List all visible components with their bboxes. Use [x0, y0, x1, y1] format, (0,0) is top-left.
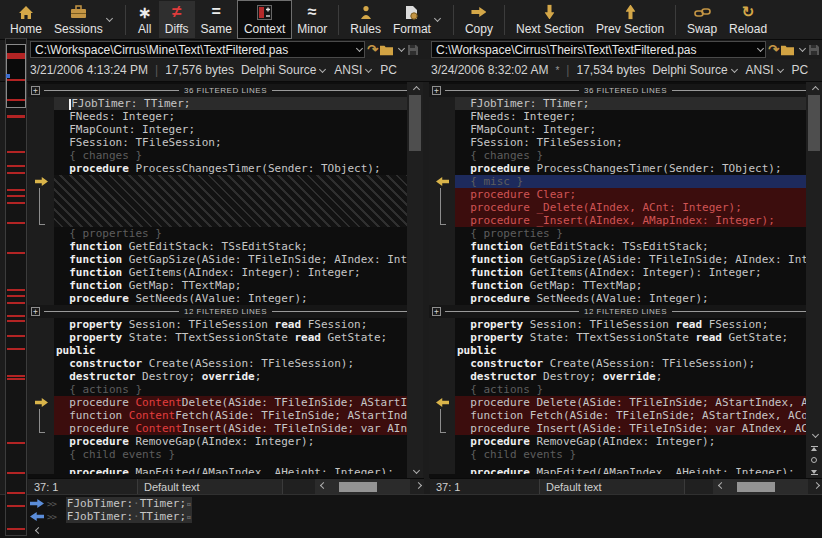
code-line[interactable]: { properties } [429, 227, 806, 240]
right-path-dropdown-chevron[interactable] [757, 45, 764, 52]
code-line[interactable]: function GetGapSize(ASide: TFileInSide; … [429, 253, 806, 266]
scroll-left-icon[interactable] [35, 526, 42, 533]
code-line[interactable]: procedure ProcessChangesTimer(Sender: TO… [28, 162, 407, 175]
code-line[interactable]: { changes } [28, 149, 407, 162]
code-line[interactable]: public [429, 344, 806, 357]
format-dropdown-chevron[interactable] [434, 15, 441, 22]
code-line[interactable]: procedure MapEdited(AMapIndex, AHeight: … [28, 461, 407, 474]
goto-first-diff-icon[interactable] [806, 442, 822, 454]
code-line[interactable]: procedure ProcessChangesTimer(Sender: TO… [429, 162, 806, 175]
scroll-up-icon[interactable] [806, 82, 822, 95]
right-path-combobox[interactable] [431, 41, 766, 58]
right-open-folder-icon[interactable] [780, 42, 795, 58]
right-subfolder-icon[interactable]: ↷ [768, 42, 779, 58]
show-same-button[interactable]: =Same [195, 1, 238, 38]
code-line[interactable]: function GetEditStack: TSsEditStack; [28, 240, 407, 253]
code-line[interactable]: FJobTimer: TTimer; [28, 97, 407, 110]
code-line[interactable]: procedure _Insert(AIndex, AMapIndex: Int… [429, 214, 806, 227]
code-line[interactable]: procedure Insert(ASide: TFileInSide; var… [429, 422, 806, 435]
left-horizontal-scrollbar[interactable] [315, 479, 410, 494]
right-scroll-thumb[interactable] [808, 95, 820, 151]
goto-current-diff-icon[interactable] [806, 454, 822, 466]
code-line[interactable]: property Session: TFileSession read FSes… [429, 318, 806, 331]
home-button[interactable]: Home [4, 1, 48, 38]
code-line[interactable]: procedure Clear; [429, 188, 806, 201]
goto-last-diff-icon[interactable] [806, 466, 822, 478]
right-path-input[interactable] [432, 43, 754, 57]
show-all-button[interactable]: ∗All [131, 1, 159, 38]
code-line[interactable]: procedure _Delete(AIndex, ACnt: Integer)… [429, 201, 806, 214]
right-encoding-select[interactable]: ANSI [746, 63, 785, 77]
code-line[interactable]: { changes } [429, 149, 806, 162]
swap-button[interactable]: Swap [681, 1, 723, 38]
left-hscroll-thumb[interactable] [339, 482, 377, 492]
scroll-down-icon[interactable] [806, 429, 822, 442]
scroll-down-icon[interactable] [407, 465, 423, 478]
expand-section-icon[interactable]: + [432, 86, 441, 95]
code-line[interactable]: procedure Delete(ASide: TFileInSide; ASt… [429, 396, 806, 409]
left-path-input[interactable] [31, 43, 353, 57]
code-line[interactable]: { actions } [429, 383, 806, 396]
show-context-button[interactable]: Context [238, 1, 291, 38]
code-line[interactable]: FMapCount: Integer; [28, 123, 407, 136]
code-line[interactable]: procedure RemoveGap(AIndex: Integer); [429, 435, 806, 448]
code-line[interactable]: FSession: TFileSession; [429, 136, 806, 149]
right-format-select[interactable]: Delphi Source [652, 63, 738, 77]
scroll-left-icon[interactable] [713, 483, 727, 490]
code-line[interactable]: property State: TTextSessionState read G… [429, 331, 806, 344]
right-vertical-scrollbar[interactable] [806, 82, 822, 478]
code-line[interactable]: procedure SetNeeds(AValue: Integer); [28, 292, 407, 305]
code-line[interactable]: procedure MapEdited(AMapIndex, AHeight: … [429, 461, 806, 474]
left-format-select[interactable]: Delphi Source [241, 63, 327, 77]
next-section-button[interactable]: Next Section [510, 1, 590, 38]
prev-section-button[interactable]: Prev Section [590, 1, 670, 38]
code-line[interactable]: function GetItems(AIndex: Integer): Inte… [28, 266, 407, 279]
expand-section-icon[interactable]: + [31, 307, 40, 316]
code-line[interactable]: destructor Destroy; override; [28, 370, 407, 383]
code-line[interactable]: function GetGapSize(ASide: TFileInSide; … [28, 253, 407, 266]
left-scroll-thumb[interactable] [409, 95, 421, 151]
code-line[interactable]: FSession: TFileSession; [28, 136, 407, 149]
left-open-dropdown-chevron[interactable] [398, 45, 405, 52]
left-path-combobox[interactable] [30, 41, 365, 58]
code-line[interactable]: destructor Destroy; override; [429, 370, 806, 383]
code-line[interactable]: { child events } [28, 448, 407, 461]
code-line[interactable]: FMapCount: Integer; [429, 123, 806, 136]
left-code-pane[interactable]: +36 FILTERED LINES FJobTimer: TTimer; FN… [28, 82, 407, 478]
code-line[interactable]: function GetMap: TTextMap; [28, 279, 407, 292]
code-line[interactable]: { child events } [429, 448, 806, 461]
scroll-right-icon[interactable] [410, 483, 424, 490]
scroll-left-icon[interactable] [315, 483, 329, 490]
code-line[interactable]: procedure ContentInsert(ASide: TFileInSi… [28, 422, 407, 435]
show-diffs-button[interactable]: ≠Diffs [159, 1, 195, 38]
code-line[interactable]: { properties } [28, 227, 407, 240]
code-line[interactable]: property Session: TFileSession read FSes… [28, 318, 407, 331]
code-line[interactable]: property State: TTextSessionState read G… [28, 331, 407, 344]
code-line[interactable]: procedure ContentDelete(ASide: TFileInSi… [28, 396, 407, 409]
expand-section-icon[interactable]: + [31, 86, 40, 95]
rules-button[interactable]: Rules [344, 1, 387, 38]
left-path-dropdown-chevron[interactable] [356, 45, 363, 52]
expand-section-icon[interactable]: + [432, 307, 441, 316]
scroll-right-icon[interactable] [808, 483, 822, 490]
sessions-button[interactable]: Sessions [48, 1, 120, 38]
code-line[interactable]: function Fetch(ASide: TFileInSide; AStar… [429, 409, 806, 422]
scroll-up-icon[interactable] [407, 82, 423, 95]
right-open-dropdown-chevron[interactable] [799, 45, 806, 52]
code-line[interactable]: function GetItems(AIndex: Integer): Inte… [429, 266, 806, 279]
left-vertical-scrollbar[interactable] [407, 82, 423, 478]
code-line[interactable]: { actions } [28, 383, 407, 396]
left-open-folder-icon[interactable] [379, 42, 394, 58]
code-line[interactable]: { misc } [429, 175, 806, 188]
reload-button[interactable]: ↻Reload [723, 1, 773, 38]
right-hscroll-thumb[interactable] [737, 482, 775, 492]
show-minor-button[interactable]: ≈Minor [291, 1, 333, 38]
code-line[interactable]: FJobTimer: TTimer; [429, 97, 806, 110]
right-save-icon[interactable] [808, 42, 820, 58]
code-line[interactable]: FNeeds: Integer; [429, 110, 806, 123]
code-line[interactable]: function ContentFetch(ASide: TFileInSide… [28, 409, 407, 422]
code-line[interactable]: constructor Create(ASession: TFileSessio… [429, 357, 806, 370]
code-line[interactable]: constructor Create(ASession: TFileSessio… [28, 357, 407, 370]
right-code-pane[interactable]: +36 FILTERED LINES FJobTimer: TTimer; FN… [429, 82, 806, 478]
copy-button[interactable]: Copy [459, 1, 499, 38]
